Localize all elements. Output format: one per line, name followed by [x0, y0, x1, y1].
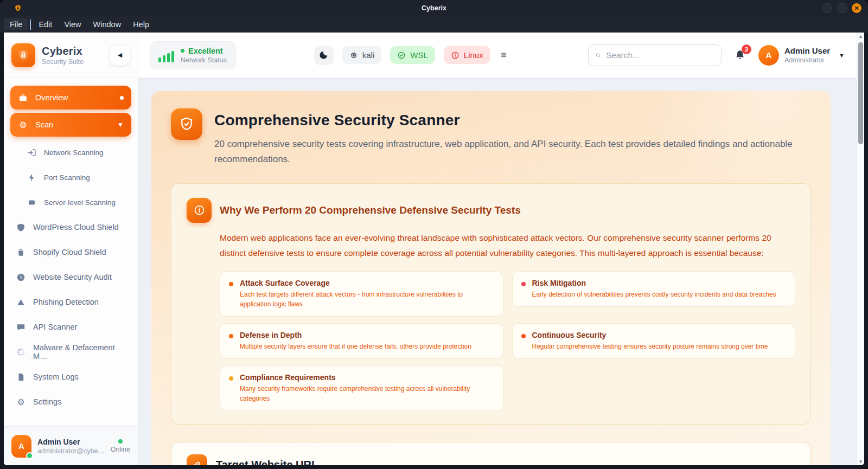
bullet-dot — [229, 282, 233, 286]
reason-title: Attack Surface Coverage — [240, 279, 494, 287]
theme-toggle-button[interactable] — [314, 46, 334, 65]
bullet-dot — [229, 334, 233, 338]
sidebar-item-label: Overview — [35, 93, 68, 102]
sidebar-item-overview[interactable]: Overview — [10, 86, 131, 110]
online-dot — [118, 439, 123, 444]
sidebar-item-api-scanner[interactable]: API Scanner — [10, 314, 131, 339]
titlebar: Cyberix ✕ — [0, 0, 868, 16]
avatar: A — [758, 45, 779, 66]
minimize-button[interactable] — [822, 3, 832, 13]
scanner-page-card: Comprehensive Security Scanner 20 compre… — [151, 91, 831, 465]
window-title: Cyberix — [0, 4, 868, 12]
gear-icon: ⚙ — [18, 120, 28, 130]
menu-window[interactable]: Window — [88, 18, 127, 30]
chevron-down-icon: ▼ — [839, 52, 845, 59]
page-title: Comprehensive Security Scanner — [214, 108, 811, 129]
user-role: Administrator — [784, 56, 830, 64]
content-area: Comprehensive Security Scanner 20 compre… — [138, 78, 857, 465]
shopping-bag-icon — [16, 247, 26, 258]
shield-check-icon — [171, 108, 202, 140]
reason-description: Early detection of vulnerabilities preve… — [532, 290, 776, 299]
scrollbar-track[interactable] — [857, 40, 864, 458]
alert-circle-icon — [451, 51, 459, 60]
target-url-card: Target Website URL — [171, 442, 811, 465]
badge-label: WSL — [410, 50, 428, 60]
network-status-label: Network Status — [181, 56, 227, 64]
sidebar-item-label: Server-level Scanning — [44, 198, 116, 207]
sidebar-item-label: WordPress Cloud Shield — [33, 223, 119, 232]
reason-description: Multiple security layers ensure that if … — [240, 342, 471, 351]
sidebar-item-label: Shopify Cloud Shield — [33, 248, 106, 256]
target-url-title: Target Website URL — [216, 459, 318, 465]
menu-view[interactable]: View — [59, 18, 86, 30]
brand-name: Cyberix — [42, 45, 84, 57]
document-icon — [16, 372, 26, 382]
message-icon — [16, 322, 26, 332]
sidebar-item-label: Website Security Audit — [33, 273, 112, 281]
sidebar-item-network-scanning[interactable]: Network Scanning — [10, 140, 131, 165]
menu-edit[interactable]: Edit — [33, 18, 58, 30]
why-title: Why We Perform 20 Comprehensive Defensiv… — [220, 204, 521, 216]
sidebar-user-card[interactable]: A Admin User administrator@cybe… Online — [4, 426, 138, 465]
sidebar-item-settings[interactable]: ⚙ Settings — [10, 389, 131, 414]
sidebar-item-label: API Scanner — [33, 323, 77, 331]
sidebar-item-label: Network Scanning — [44, 149, 104, 157]
loader-icon — [16, 347, 26, 357]
sidebar-item-label: Settings — [33, 397, 61, 406]
menu-file[interactable]: File — [4, 18, 28, 30]
sidebar-item-system-logs[interactable]: System Logs — [10, 364, 131, 389]
briefcase-icon — [18, 93, 28, 103]
sidebar-item-wordpress-cloud-shield[interactable]: WordPress Cloud Shield — [10, 215, 131, 240]
user-email: administrator@cybe… — [37, 447, 105, 455]
server-stack-icon[interactable] — [499, 50, 508, 60]
search-input[interactable] — [606, 50, 714, 60]
search-icon — [595, 50, 601, 60]
menu-help[interactable]: Help — [127, 18, 155, 30]
sidebar-item-scan[interactable]: ⚙ Scan ▼ — [10, 113, 131, 137]
link-icon — [187, 454, 207, 465]
check-circle-icon — [397, 51, 406, 60]
sidebar-collapse-button[interactable]: ◀ — [110, 45, 130, 66]
notifications-button[interactable]: 3 — [733, 49, 746, 62]
reason-card-defense-in-depth: Defense in Depth Multiple security layer… — [220, 323, 503, 359]
chevron-down-icon: ▼ — [117, 121, 124, 129]
reason-card-attack-surface: Attack Surface Coverage Each test target… — [220, 271, 503, 317]
reason-description: Regular comprehensive testing ensures se… — [532, 342, 768, 351]
reason-description: Many security frameworks require compreh… — [240, 384, 494, 403]
sidebar-item-website-security-audit[interactable]: Website Security Audit — [10, 265, 131, 290]
scroll-up-arrow-icon[interactable]: ▲ — [859, 33, 863, 40]
reason-title: Compliance Requirements — [240, 373, 494, 382]
close-button[interactable]: ✕ — [852, 3, 861, 13]
badge-kali[interactable]: kali — [342, 46, 382, 64]
reason-card-compliance: Compliance Requirements Many security fr… — [220, 365, 503, 411]
scrollbar-thumb[interactable] — [858, 42, 863, 144]
maximize-button[interactable] — [837, 3, 847, 13]
reason-card-risk-mitigation: Risk Mitigation Early detection of vulne… — [512, 271, 796, 307]
reason-title: Risk Mitigation — [532, 279, 776, 287]
sidebar-item-port-scanning[interactable]: Port Scanning — [10, 165, 131, 190]
sidebar-item-server-level-scanning[interactable]: Server-level Scanning — [10, 190, 131, 215]
server-icon — [27, 197, 37, 208]
sidebar-item-shopify-cloud-shield[interactable]: Shopify Cloud Shield — [10, 240, 131, 265]
status-dot — [181, 49, 184, 53]
sidebar-item-label: Phishing Detection — [33, 298, 99, 306]
page-description: 20 comprehensive security tests covering… — [214, 137, 811, 167]
triangle-icon — [16, 297, 26, 307]
brand: Cyberix Security Suite ◀ — [4, 33, 138, 78]
sidebar-item-malware-defacement[interactable]: Malware & Defacement M… — [10, 339, 131, 364]
scroll-down-arrow-icon[interactable]: ▼ — [859, 458, 863, 465]
user-menu[interactable]: A Admin User Administrator ▼ — [758, 45, 845, 66]
reason-title: Defense in Depth — [240, 331, 471, 339]
vertical-scrollbar[interactable]: ▲ ▼ — [857, 33, 864, 465]
why-card: Why We Perform 20 Comprehensive Defensiv… — [171, 183, 811, 425]
badge-linux[interactable]: Linux — [444, 46, 490, 64]
brand-shield-lock-icon — [11, 43, 35, 67]
sidebar-item-label: Malware & Defacement M… — [33, 343, 126, 361]
sidebar-item-label: Scan — [35, 120, 53, 129]
gear-icon: ⚙ — [16, 397, 26, 407]
badge-wsl[interactable]: WSL — [390, 46, 435, 64]
bullet-dot — [521, 334, 526, 338]
info-icon — [187, 198, 212, 223]
sidebar-item-phishing-detection[interactable]: Phishing Detection — [10, 290, 131, 314]
app-window: Cyberix ✕ File Edit View Window Help Cyb… — [0, 0, 868, 469]
